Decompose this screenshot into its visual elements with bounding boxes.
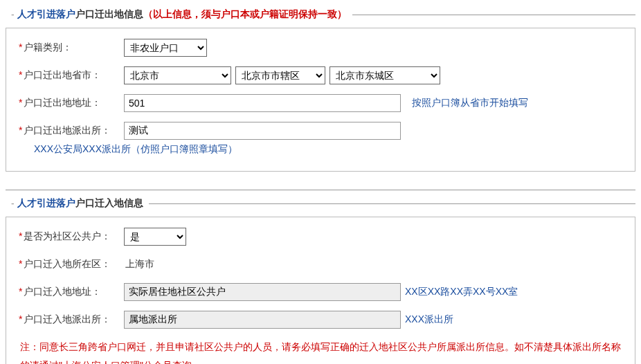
- row-out-province: *户口迁出地省市： 北京市 北京市市辖区 北京市东城区: [13, 66, 628, 85]
- label-is-community: *是否为社区公共户：: [13, 230, 124, 243]
- section2-form: *是否为社区公共户： 是 *户口迁入地所在区： 上海市 *户口迁入地地址： XX…: [6, 217, 635, 364]
- hint-in-address: XX区XX路XX弄XX号XX室: [405, 286, 518, 298]
- required-star-icon: *: [19, 230, 22, 242]
- row-in-police: *户口迁入地派出所： XXX派出所: [13, 310, 628, 329]
- dash-icon: -: [11, 198, 15, 209]
- label-out-province-text: 户口迁出地省市：: [24, 69, 101, 80]
- required-star-icon: *: [19, 258, 22, 269]
- warning-note: 注：同意长三角跨省户口网迁，并且申请社区公共户的人员，请务必填写正确的迁入地社区…: [13, 338, 628, 364]
- hint-in-police: XXX派出所: [405, 313, 453, 326]
- section1-form: *户籍类别： 非农业户口 *户口迁出地省市： 北京市 北京市市辖区 北京市东城区…: [6, 28, 635, 172]
- required-star-icon: *: [19, 125, 22, 136]
- label-hukou-type-text: 户籍类别：: [24, 42, 72, 53]
- select-is-community[interactable]: 是: [124, 228, 186, 246]
- label-in-area-text: 户口迁入地所在区：: [24, 258, 111, 269]
- select-hukou-type[interactable]: 非农业户口: [124, 39, 207, 57]
- label-out-province: *户口迁出地省市：: [13, 69, 124, 82]
- section2-title: 人才引进落户: [17, 197, 75, 210]
- hint-out-police: XXX公安局XXX派出所（仿照户口簿照章填写）: [34, 143, 628, 156]
- select-out-city[interactable]: 北京市市辖区: [235, 66, 325, 84]
- required-star-icon: *: [19, 286, 22, 297]
- section2-header: - 人才引进落户 户口迁入地信息: [6, 197, 635, 210]
- input-in-address[interactable]: [124, 283, 401, 301]
- label-out-police: *户口迁出地派出所：: [13, 125, 124, 137]
- label-is-community-text: 是否为社区公共户：: [24, 230, 111, 242]
- label-in-police-text: 户口迁入地派出所：: [24, 313, 111, 325]
- divider-line: [352, 15, 635, 15]
- label-hukou-type: *户籍类别：: [13, 42, 124, 54]
- select-out-district[interactable]: 北京市东城区: [329, 66, 440, 84]
- section1-header: - 人才引进落户 户口迁出地信息 （以上信息，须与户口本或户籍证明保持一致）: [6, 8, 635, 21]
- select-out-province[interactable]: 北京市: [124, 66, 231, 84]
- label-out-police-text: 户口迁出地派出所：: [24, 125, 111, 136]
- label-out-address-text: 户口迁出地地址：: [24, 97, 101, 108]
- hint-out-address: 按照户口簿从省市开始填写: [412, 97, 528, 109]
- required-star-icon: *: [19, 97, 22, 108]
- label-in-police: *户口迁入地派出所：: [13, 313, 124, 326]
- row-in-address: *户口迁入地地址： XX区XX路XX弄XX号XX室: [13, 282, 628, 302]
- divider-line: [6, 190, 635, 190]
- input-in-police[interactable]: [124, 311, 401, 329]
- required-star-icon: *: [19, 69, 22, 80]
- label-in-area: *户口迁入地所在区：: [13, 258, 124, 271]
- section1-note: （以上信息，须与户口本或户籍证明保持一致）: [143, 8, 347, 21]
- required-star-icon: *: [19, 313, 22, 325]
- input-out-police[interactable]: [124, 122, 401, 140]
- row-out-address: *户口迁出地地址： 按照户口簿从省市开始填写: [13, 93, 628, 113]
- row-in-area: *户口迁入地所在区： 上海市: [13, 255, 628, 274]
- section1-subtitle: 户口迁出地信息: [75, 8, 143, 21]
- section2-subtitle: 户口迁入地信息: [75, 197, 143, 210]
- row-hukou-type: *户籍类别： 非农业户口: [13, 38, 628, 57]
- required-star-icon: *: [19, 42, 22, 53]
- label-out-address: *户口迁出地地址：: [13, 97, 124, 109]
- dash-icon: -: [11, 9, 15, 20]
- value-in-area: 上海市: [124, 258, 154, 271]
- input-out-address[interactable]: [124, 94, 401, 112]
- label-in-address: *户口迁入地地址：: [13, 286, 124, 298]
- label-in-address-text: 户口迁入地地址：: [24, 286, 101, 297]
- divider-line: [149, 203, 635, 204]
- section1-title: 人才引进落户: [17, 8, 75, 21]
- row-is-community: *是否为社区公共户： 是: [13, 227, 628, 246]
- row-out-police: *户口迁出地派出所：: [13, 121, 628, 140]
